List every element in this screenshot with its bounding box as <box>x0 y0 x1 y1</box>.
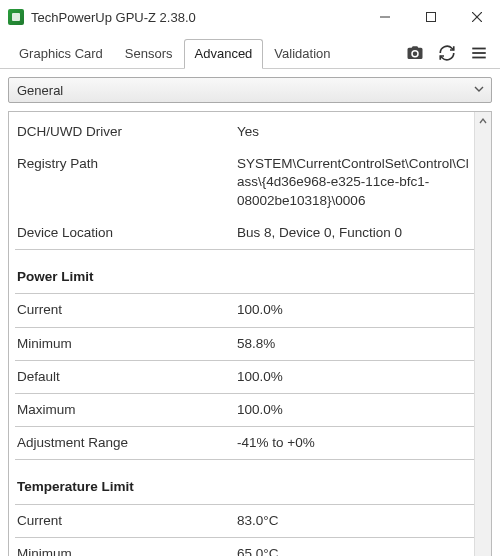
app-icon <box>8 9 24 25</box>
row-value: 100.0% <box>235 294 474 327</box>
row-key: DCH/UWD Driver <box>15 116 235 148</box>
row-value: 65.0°C <box>235 537 474 556</box>
refresh-icon[interactable] <box>438 44 456 62</box>
tab-advanced[interactable]: Advanced <box>184 39 264 69</box>
table-row: Current100.0% <box>15 294 474 327</box>
row-key: Adjustment Range <box>15 427 235 460</box>
category-dropdown[interactable]: General <box>8 77 492 103</box>
vertical-scrollbar[interactable] <box>474 112 491 556</box>
tab-sensors[interactable]: Sensors <box>114 39 184 69</box>
maximize-button[interactable] <box>408 0 454 34</box>
dropdown-selected: General <box>17 83 63 98</box>
table-row: Device LocationBus 8, Device 0, Function… <box>15 217 474 250</box>
close-button[interactable] <box>454 0 500 34</box>
table-row: DCH/UWD DriverYes <box>15 116 474 148</box>
row-value: Yes <box>235 116 474 148</box>
details-panel: DCH/UWD DriverYesRegistry PathSYSTEM\Cur… <box>8 111 492 556</box>
table-row: Default100.0% <box>15 360 474 393</box>
section-header: Temperature Limit <box>15 460 474 504</box>
row-value: 100.0% <box>235 393 474 426</box>
details-table: DCH/UWD DriverYesRegistry PathSYSTEM\Cur… <box>15 116 474 556</box>
chevron-down-icon <box>473 83 485 98</box>
table-row: Registry PathSYSTEM\CurrentControlSet\Co… <box>15 148 474 217</box>
svg-rect-0 <box>12 13 20 21</box>
row-key: Default <box>15 360 235 393</box>
row-key: Minimum <box>15 327 235 360</box>
row-value: -41% to +0% <box>235 427 474 460</box>
tab-graphics-card[interactable]: Graphics Card <box>8 39 114 69</box>
section-label: Power Limit <box>15 250 474 294</box>
screenshot-icon[interactable] <box>406 44 424 62</box>
menu-icon[interactable] <box>470 44 488 62</box>
row-key: Minimum <box>15 537 235 556</box>
row-value: 58.8% <box>235 327 474 360</box>
row-value: 100.0% <box>235 360 474 393</box>
row-value: Bus 8, Device 0, Function 0 <box>235 217 474 250</box>
row-value: 83.0°C <box>235 504 474 537</box>
tab-bar: Graphics CardSensorsAdvancedValidation <box>0 34 500 69</box>
row-value: SYSTEM\CurrentControlSet\Control\Class\{… <box>235 148 474 217</box>
row-key: Current <box>15 504 235 537</box>
section-header: Power Limit <box>15 250 474 294</box>
svg-rect-2 <box>427 13 436 22</box>
tab-validation[interactable]: Validation <box>263 39 341 69</box>
table-row: Current83.0°C <box>15 504 474 537</box>
scroll-up-button[interactable] <box>475 112 491 129</box>
table-row: Maximum100.0% <box>15 393 474 426</box>
titlebar: TechPowerUp GPU-Z 2.38.0 <box>0 0 500 34</box>
details-scroll-area: DCH/UWD DriverYesRegistry PathSYSTEM\Cur… <box>9 112 474 556</box>
row-key: Device Location <box>15 217 235 250</box>
table-row: Minimum58.8% <box>15 327 474 360</box>
table-row: Minimum65.0°C <box>15 537 474 556</box>
minimize-button[interactable] <box>362 0 408 34</box>
row-key: Maximum <box>15 393 235 426</box>
row-key: Current <box>15 294 235 327</box>
section-label: Temperature Limit <box>15 460 474 504</box>
table-row: Adjustment Range-41% to +0% <box>15 427 474 460</box>
row-key: Registry Path <box>15 148 235 217</box>
window-title: TechPowerUp GPU-Z 2.38.0 <box>31 10 196 25</box>
